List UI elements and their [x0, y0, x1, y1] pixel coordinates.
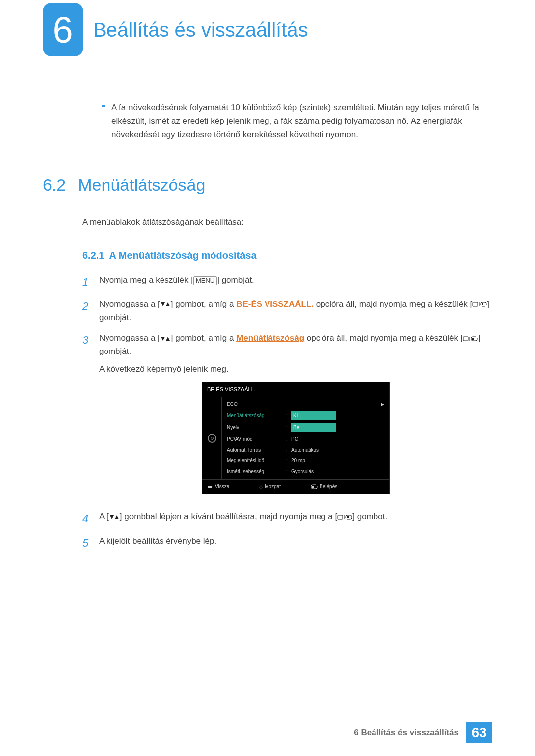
- osd-val-autosrc: Automatikus: [291, 446, 384, 454]
- svg-marker-6: [161, 337, 165, 341]
- step-3-text-b: ] gombot, amíg a: [171, 333, 236, 343]
- source-enter-icon: [337, 514, 352, 520]
- osd-row-disptime: Megjelenítési idő : 20 mp.: [222, 455, 389, 466]
- svg-rect-12: [208, 486, 210, 488]
- subsection-title: A Menüátlátszóság módosítása: [109, 250, 256, 261]
- step-2-text-a: Nyomogassa a [: [99, 300, 160, 309]
- osd-footer: Vissza ◇Mozgat Belépés: [202, 479, 389, 494]
- svg-rect-15: [312, 486, 314, 488]
- step-3-option: Menüátlátszóság: [236, 333, 304, 343]
- step-2-option: BE-ÉS VISSZAÁLL.: [236, 300, 314, 309]
- osd-row-autosrc: Automat. forrás : Automatikus: [222, 445, 389, 455]
- osd-title: BE-ÉS VISSZAÁLL.: [202, 382, 389, 398]
- page-footer: 6 Beállítás és visszaállítás 63: [0, 722, 535, 743]
- osd-category-icon-column: [202, 397, 222, 479]
- osd-row-repeat: Ismétl. sebesség : Gyorsulás: [222, 466, 389, 477]
- step-number: 2: [82, 298, 92, 324]
- intro-bullet: A fa növekedésének folyamatát 10 különbö…: [102, 101, 492, 142]
- osd-footer-move: ◇Mozgat: [259, 483, 281, 491]
- svg-marker-7: [166, 337, 170, 341]
- svg-rect-13: [210, 486, 212, 488]
- step-3-text-e: A következő képernyő jelenik meg.: [99, 362, 492, 376]
- step-1: 1 Nyomja meg a készülék [MENU] gombját.: [82, 273, 492, 291]
- intro-bullet-text: A fa növekedésének folyamatát 10 különbö…: [111, 101, 492, 142]
- svg-rect-2: [473, 302, 478, 306]
- gear-icon: [208, 434, 216, 443]
- step-4: 4 A [] gombbal lépjen a kívánt beállítás…: [82, 510, 492, 527]
- step-4-text-c: ] gombot.: [352, 512, 387, 521]
- step-number: 5: [82, 534, 92, 552]
- osd-val-pcav: PC: [291, 435, 384, 443]
- subsection-number: 6.2.1: [82, 250, 104, 261]
- osd-label-repeat: Ismétl. sebesség: [227, 468, 286, 476]
- step-1-text-b: ] gombját.: [217, 275, 254, 285]
- chevron-right-icon: ▶: [381, 401, 384, 408]
- svg-rect-11: [472, 338, 474, 340]
- step-5-text: A kijelölt beállítás érvénybe lép.: [99, 534, 492, 552]
- source-enter-icon: [472, 302, 487, 307]
- svg-marker-1: [166, 302, 170, 306]
- osd-row-eco: ECO ▶: [222, 399, 389, 410]
- osd-val-transparency-off: Ki: [291, 411, 336, 420]
- step-1-text-a: Nyomja meg a készülék [: [99, 275, 193, 285]
- osd-footer-enter: Belépés: [311, 483, 337, 491]
- chapter-header: 6 Beállítás és visszaállítás: [43, 3, 492, 56]
- osd-label-autosrc: Automat. forrás: [227, 446, 286, 454]
- section-number: 6.2: [43, 175, 66, 195]
- step-4-text-a: A [: [99, 512, 109, 521]
- osd-val-disptime: 20 mp.: [291, 457, 384, 465]
- step-4-text-b: ] gombbal lépjen a kívánt beállításra, m…: [120, 512, 337, 521]
- chapter-title: Beállítás és visszaállítás: [93, 19, 308, 41]
- svg-marker-0: [161, 302, 165, 306]
- subsection-6-2-1: 6.2.1A Menüátlátszóság módosítása: [82, 250, 492, 261]
- svg-marker-16: [110, 515, 114, 519]
- step-3-text-a: Nyomogassa a [: [99, 333, 160, 343]
- section-6-2: 6.2Menüátlátszóság: [43, 175, 492, 195]
- osd-label-eco: ECO: [227, 401, 286, 408]
- footer-chapter-label: 6 Beállítás és visszaállítás: [354, 728, 459, 738]
- osd-row-language: Nyelv : Be: [222, 422, 389, 434]
- down-up-arrow-icon: [160, 336, 171, 342]
- osd-row-pcav: PC/AV mód : PC: [222, 434, 389, 445]
- svg-marker-17: [115, 515, 119, 519]
- step-number: 1: [82, 273, 92, 291]
- back-icon: [207, 484, 213, 489]
- step-3: 3 Nyomogassa a [] gombot, amíg a Menüátl…: [82, 331, 492, 503]
- svg-rect-8: [463, 337, 468, 341]
- bullet-icon: [102, 105, 105, 107]
- enter-icon: [311, 484, 318, 489]
- svg-rect-21: [347, 516, 349, 518]
- step-2: 2 Nyomogassa a [] gombot, amíg a BE-ÉS V…: [82, 298, 492, 324]
- osd-label-disptime: Megjelenítési idő: [227, 457, 286, 465]
- osd-row-transparency: Menüátlátszóság : Ki: [222, 410, 389, 422]
- section-title: Menüátlátszóság: [78, 175, 205, 194]
- step-5: 5 A kijelölt beállítás érvénybe lép.: [82, 534, 492, 552]
- step-3-text-c: opcióra áll, majd nyomja meg a készülék …: [304, 333, 463, 343]
- section-intro: A menüablakok átlátszóságának beállítása…: [82, 217, 492, 227]
- osd-label-language: Nyelv: [227, 424, 286, 432]
- down-up-arrow-icon: [160, 302, 171, 307]
- chapter-number-badge: 6: [43, 3, 83, 56]
- step-2-text-b: ] gombot, amíg a: [171, 300, 236, 309]
- svg-rect-5: [482, 303, 483, 305]
- step-number: 3: [82, 331, 92, 503]
- osd-val-transparency-on: Be: [291, 423, 336, 432]
- osd-val-repeat: Gyorsulás: [291, 468, 384, 476]
- down-up-arrow-icon: [109, 514, 120, 520]
- osd-footer-back: Vissza: [207, 483, 229, 491]
- up-down-icon: ◇: [259, 483, 263, 490]
- step-number: 4: [82, 510, 92, 527]
- osd-panel: BE-ÉS VISSZAÁLL. ECO ▶ Menüátlátszóság: [202, 382, 390, 495]
- menu-key-icon: MENU: [193, 276, 217, 286]
- osd-label-pcav: PC/AV mód: [227, 435, 286, 443]
- svg-rect-18: [338, 515, 343, 519]
- page-number: 63: [466, 722, 492, 743]
- source-enter-icon: [463, 336, 478, 342]
- step-2-text-c: opcióra áll, majd nyomja meg a készülék …: [314, 300, 472, 309]
- osd-label-transparency: Menüátlátszóság: [227, 412, 286, 420]
